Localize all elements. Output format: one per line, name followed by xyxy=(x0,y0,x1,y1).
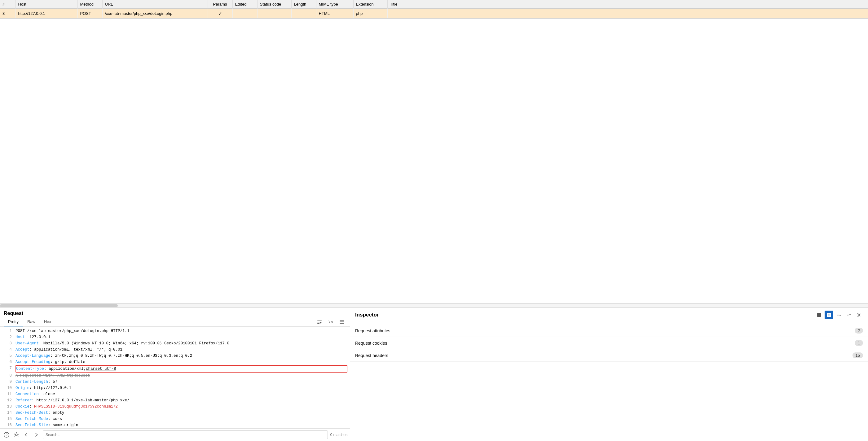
line-num-16: 16 xyxy=(2,422,12,428)
svg-text:?: ? xyxy=(6,433,7,437)
line-num-14: 14 xyxy=(2,410,12,416)
line-content-2: Host: 127.0.0.1 xyxy=(16,334,347,340)
line-content-9: Content-Length: 57 xyxy=(16,379,347,385)
request-panel-title: Request xyxy=(0,308,350,317)
col-header-edited[interactable]: Edited xyxy=(232,0,257,9)
help-icon-btn[interactable]: ? xyxy=(2,431,10,439)
tab-raw[interactable]: Raw xyxy=(23,317,40,327)
grid-icon xyxy=(827,312,831,317)
col-header-title[interactable]: Title xyxy=(388,0,868,9)
code-line-12: 12 Referer: http://127.0.0.1/xxe-lab-mas… xyxy=(0,397,350,404)
forward-icon-btn[interactable] xyxy=(32,431,40,439)
newline-icon-btn[interactable]: \n xyxy=(326,318,335,327)
cell-edited xyxy=(232,9,257,19)
inspector-header: Inspector xyxy=(350,308,868,322)
svg-rect-0 xyxy=(317,320,322,321)
tab-pretty[interactable]: Pretty xyxy=(4,317,23,327)
svg-rect-8 xyxy=(829,313,831,315)
line-content-5: Accept-Language: zh-CN,zh;q=0.8,zh-TW;q=… xyxy=(16,353,347,359)
horizontal-scrollbar[interactable] xyxy=(0,304,868,308)
inspector-cookies-label: Request cookies xyxy=(355,341,388,346)
inspector-title: Inspector xyxy=(355,312,379,318)
svg-rect-9 xyxy=(827,315,829,317)
svg-rect-10 xyxy=(829,315,831,317)
insp-view-btn-2[interactable] xyxy=(825,311,833,319)
svg-rect-7 xyxy=(827,313,829,315)
request-content[interactable]: 1 POST /xxe-lab-master/php_xxe/doLogin.p… xyxy=(0,327,350,428)
line-num-12: 12 xyxy=(2,397,12,404)
inspector-row-attributes[interactable]: Request attributes 2 xyxy=(350,325,868,337)
code-line-1: 1 POST /xxe-lab-master/php_xxe/doLogin.p… xyxy=(0,328,350,334)
wrap-icon xyxy=(317,319,322,325)
code-line-4: 4 Accept: application/xml, text/xml, */*… xyxy=(0,346,350,353)
inspector-attributes-badge: 2 xyxy=(855,328,863,334)
settings-icon xyxy=(13,432,19,438)
sort-up-icon xyxy=(836,312,841,317)
line-content-10: Origin: http://127.0.0.1 xyxy=(16,385,347,391)
menu-icon-btn[interactable]: ☰ xyxy=(338,318,346,327)
inspector-headers-badge: 15 xyxy=(852,352,863,358)
line-content-11: Connection: close xyxy=(16,391,347,397)
inspector-row-cookies[interactable]: Request cookies 1 xyxy=(350,337,868,349)
line-content-16: Sec-Fetch-Site: same-origin xyxy=(16,422,347,428)
back-icon-btn[interactable] xyxy=(22,431,30,439)
inspector-toolbar xyxy=(815,311,863,319)
col-header-url[interactable]: URL xyxy=(102,0,208,9)
scroll-thumb[interactable] xyxy=(0,304,118,307)
cell-mime: HTML xyxy=(316,9,353,19)
svg-point-5 xyxy=(16,434,18,436)
inspector-row-headers[interactable]: Request headers 15 xyxy=(350,349,868,362)
svg-rect-6 xyxy=(817,313,821,317)
insp-settings-btn[interactable] xyxy=(855,311,863,319)
col-header-host[interactable]: Host xyxy=(16,0,78,9)
cell-method: POST xyxy=(78,9,102,19)
line-num-3: 3 xyxy=(2,340,12,346)
code-line-2: 2 Host: 127.0.0.1 xyxy=(0,334,350,340)
request-panel: Request Pretty Raw Hex \n xyxy=(0,308,350,441)
line-num-1: 1 xyxy=(2,328,12,334)
svg-rect-1 xyxy=(317,322,320,323)
line-content-6: Accept-Encoding: gzip, deflate xyxy=(16,359,347,365)
line-num-6: 6 xyxy=(2,359,12,365)
sort-down-icon xyxy=(846,312,851,317)
line-content-1: POST /xxe-lab-master/php_xxe/doLogin.php… xyxy=(16,328,347,334)
code-line-5: 5 Accept-Language: zh-CN,zh;q=0.8,zh-TW;… xyxy=(0,353,350,359)
request-tabs-right: \n ☰ xyxy=(315,318,346,327)
code-line-3: 3 User-Agent: Mozilla/5.0 (Windows NT 10… xyxy=(0,340,350,346)
cell-num: 3 xyxy=(0,9,16,19)
line-content-4: Accept: application/xml, text/xml, */*; … xyxy=(16,346,347,353)
proxy-table: # Host Method URL Params Edited Status c… xyxy=(0,0,868,18)
insp-view-btn-1[interactable] xyxy=(815,311,824,319)
line-num-11: 11 xyxy=(2,391,12,397)
inspector-panel: Inspector xyxy=(350,308,868,441)
tab-hex[interactable]: Hex xyxy=(40,317,56,327)
inspector-sections: Request attributes 2 Request cookies 1 R… xyxy=(350,322,868,364)
code-line-8: 8 X-Requested-With: XMLHttpRequest xyxy=(0,373,350,379)
code-line-13: 13 Cookie: PHPSESSID=3136quudfg3o1r592co… xyxy=(0,404,350,410)
line-num-9: 9 xyxy=(2,379,12,385)
svg-point-17 xyxy=(858,314,860,316)
search-input[interactable] xyxy=(43,431,328,439)
col-header-params[interactable]: Params xyxy=(208,0,232,9)
col-header-method[interactable]: Method xyxy=(78,0,102,9)
col-header-status[interactable]: Status code xyxy=(257,0,291,9)
code-line-14: 14 Sec-Fetch-Dest: empty xyxy=(0,410,350,416)
col-header-mime[interactable]: MIME type xyxy=(316,0,353,9)
col-header-extension[interactable]: Extension xyxy=(353,0,388,9)
cell-params: ✓ xyxy=(208,9,232,19)
wrap-icon-btn[interactable] xyxy=(315,318,324,327)
inspector-attributes-label: Request attributes xyxy=(355,328,391,333)
params-checkmark: ✓ xyxy=(218,11,222,16)
insp-sort-btn-2[interactable] xyxy=(844,311,853,319)
square-icon xyxy=(816,312,822,317)
inspector-cookies-badge: 1 xyxy=(855,340,863,346)
table-header-row: # Host Method URL Params Edited Status c… xyxy=(0,0,868,9)
settings-icon-btn[interactable] xyxy=(12,431,21,439)
col-header-length[interactable]: Length xyxy=(291,0,316,9)
insp-sort-btn-1[interactable] xyxy=(835,311,843,319)
line-num-7: 7 xyxy=(2,365,12,373)
gear-icon xyxy=(856,312,861,317)
table-row[interactable]: 3 http://127.0.0.1 POST /xxe-lab-master/… xyxy=(0,9,868,19)
col-header-num[interactable]: # xyxy=(0,0,16,9)
line-content-12: Referer: http://127.0.0.1/xxe-lab-master… xyxy=(16,397,347,404)
